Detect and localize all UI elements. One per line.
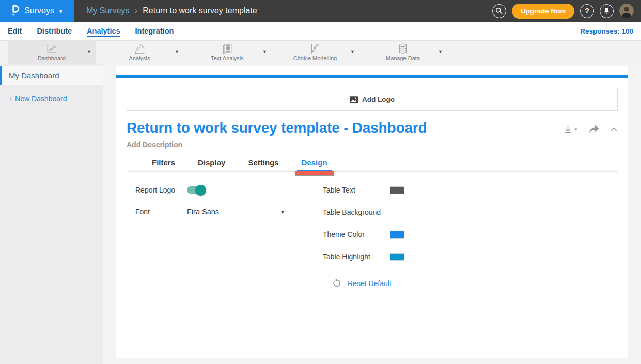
bell-icon [603, 7, 610, 14]
image-icon [350, 96, 358, 103]
table-text-swatch[interactable] [390, 186, 404, 194]
design-panel-left: Report Logo Font Fira Sans ▼ [135, 186, 323, 288]
survey-nav-tabs: Edit Distribute Analytics Integration [8, 25, 174, 37]
search-icon [495, 7, 503, 14]
tab-settings[interactable]: Settings [243, 158, 283, 172]
table-highlight-swatch[interactable] [390, 253, 404, 261]
notifications-button[interactable] [600, 4, 614, 18]
responses-count[interactable]: Responses: 100 [580, 27, 633, 35]
trend-chart-icon [133, 43, 146, 55]
report-logo-toggle[interactable] [187, 186, 205, 194]
design-panel: Report Logo Font Fira Sans ▼ [127, 186, 618, 288]
table-text-label: Table Text [323, 186, 390, 194]
add-description[interactable]: Add Description [127, 140, 618, 149]
survey-nav: Edit Distribute Analytics Integration Re… [0, 22, 641, 41]
theme-color-row: Theme Color [323, 230, 618, 239]
tab-edit[interactable]: Edit [8, 25, 22, 37]
chevron-down-icon: ▼ [574, 127, 578, 132]
toolbar-item-dashboard[interactable]: Dashboard ▼ [8, 41, 96, 64]
tab-design[interactable]: Design [297, 158, 332, 172]
dashboard-actions: ▼ [563, 124, 618, 134]
product-switcher[interactable]: Surveys ▼ [0, 0, 74, 22]
page-title: Return to work survey template - Dashboa… [127, 120, 427, 136]
annotation-highlight [295, 171, 334, 175]
theme-color-swatch[interactable] [390, 231, 404, 239]
product-name: Surveys [24, 6, 54, 15]
toolbar-item-manage-data[interactable]: Manage Data ▼ [359, 41, 447, 64]
settings-tabs: Filters Display Settings Design [127, 158, 618, 172]
toolbar-item-label: Choice Modelling [293, 55, 337, 61]
document-grid-icon [221, 43, 234, 55]
database-icon [396, 43, 410, 55]
line-chart-icon [45, 43, 58, 55]
toggle-knob [195, 185, 206, 196]
table-background-row: Table Background [323, 208, 618, 216]
chevron-down-icon[interactable]: ▼ [350, 49, 355, 54]
chevron-up-icon [610, 127, 618, 132]
download-button[interactable]: ▼ [563, 124, 578, 134]
toolbar-item-choice-modelling[interactable]: Choice Modelling ▼ [271, 41, 359, 64]
theme-color-label: Theme Color [323, 230, 390, 239]
reset-default-label: Reset Default [348, 279, 392, 288]
reset-default-button[interactable]: Reset Default [332, 279, 618, 288]
tab-display[interactable]: Display [193, 158, 230, 172]
theme-accent-bar [116, 75, 628, 78]
toolbar-item-analysis[interactable]: Analysis ▼ [96, 41, 183, 64]
toolbar-item-label: Text Analysis [211, 55, 244, 61]
table-highlight-label: Table Highlight [323, 252, 390, 261]
reset-icon [332, 279, 341, 288]
toolbar-item-label: Analysis [129, 55, 150, 61]
dashboard-card: Add Logo Return to work survey template … [116, 66, 628, 358]
add-logo-label: Add Logo [362, 96, 395, 103]
chevron-down-icon[interactable]: ▼ [87, 49, 91, 54]
collapse-button[interactable] [610, 127, 618, 132]
add-logo-dropzone[interactable]: Add Logo [127, 88, 618, 111]
sidebar-item-my-dashboard[interactable]: My Dashboard [0, 66, 103, 85]
chevron-down-icon: ▼ [58, 9, 64, 14]
font-value: Fira Sans [187, 208, 280, 216]
chevron-down-icon: ▼ [280, 209, 285, 215]
report-logo-row: Report Logo [135, 186, 323, 194]
upgrade-now-button[interactable]: Upgrade Now [512, 4, 574, 19]
dashboard-content: Add Logo Return to work survey template … [103, 64, 641, 364]
table-background-label: Table Background [323, 208, 390, 216]
toolbar-item-text-analysis[interactable]: Text Analysis ▼ [183, 41, 271, 64]
chevron-down-icon[interactable]: ▼ [175, 49, 179, 54]
tab-design-label: Design [302, 158, 327, 167]
design-panel-right: Table Text Table Background Theme Color … [323, 186, 618, 288]
toolbar-item-label: Dashboard [38, 55, 66, 61]
breadcrumb-separator: › [135, 6, 138, 16]
sidebar-item-label: My Dashboard [9, 71, 59, 80]
search-button[interactable] [492, 4, 506, 18]
breadcrumb-my-surveys[interactable]: My Surveys [86, 6, 130, 15]
breadcrumb-current: Return to work survey template [143, 6, 257, 15]
chevron-down-icon[interactable]: ▼ [262, 49, 267, 54]
help-button[interactable]: ? [580, 4, 594, 18]
header-actions: Upgrade Now ? [492, 0, 641, 22]
table-text-row: Table Text [323, 186, 618, 194]
avatar[interactable] [619, 4, 634, 18]
font-select[interactable]: Fira Sans ▼ [187, 208, 285, 216]
report-logo-label: Report Logo [135, 186, 187, 194]
font-row: Font Fira Sans ▼ [135, 208, 323, 216]
breadcrumb: My Surveys › Return to work survey templ… [86, 0, 257, 22]
table-highlight-row: Table Highlight [323, 252, 618, 261]
share-button[interactable] [589, 125, 599, 134]
analytics-toolbar: Dashboard ▼ Analysis ▼ Text Analysis ▼ [0, 41, 641, 64]
scatter-chart-icon [308, 43, 322, 55]
chevron-down-icon[interactable]: ▼ [438, 49, 443, 54]
download-icon [563, 124, 573, 134]
share-icon [589, 125, 599, 134]
top-header: Surveys ▼ My Surveys › Return to work su… [0, 0, 641, 22]
table-background-swatch[interactable] [390, 209, 404, 216]
toolbar-item-label: Manage Data [386, 55, 420, 61]
tab-filters[interactable]: Filters [147, 158, 180, 172]
tab-integration[interactable]: Integration [135, 25, 174, 37]
new-dashboard-link[interactable]: + New Dashboard [9, 94, 103, 103]
tab-distribute[interactable]: Distribute [37, 25, 72, 37]
dashboard-sidebar: My Dashboard + New Dashboard [0, 64, 103, 364]
questionpro-logo-icon [10, 4, 20, 18]
font-label: Font [135, 208, 187, 216]
tab-analytics[interactable]: Analytics [87, 25, 120, 37]
